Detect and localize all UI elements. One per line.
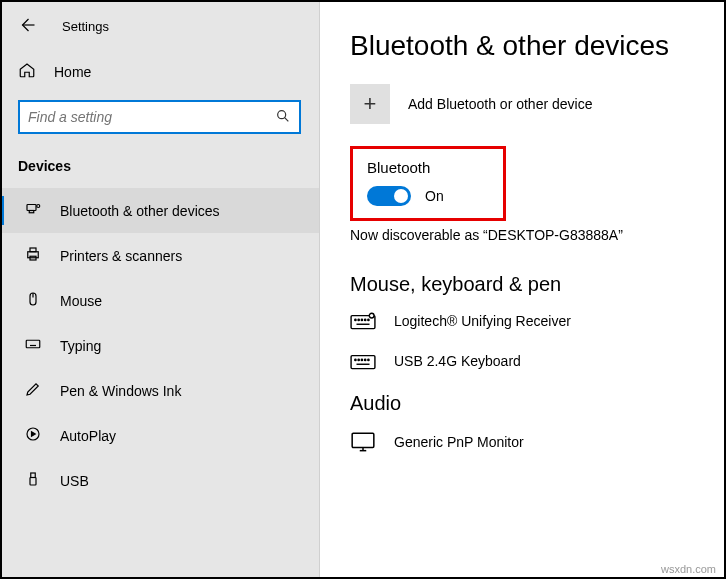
svg-rect-2 (29, 211, 34, 213)
svg-point-26 (369, 313, 374, 318)
sidebar-item-bluetooth[interactable]: Bluetooth & other devices (0, 188, 319, 233)
main-content: Bluetooth & other devices + Add Bluetoot… (320, 0, 726, 579)
printer-icon (24, 245, 42, 266)
search-field[interactable] (28, 109, 275, 125)
svg-rect-18 (30, 478, 36, 486)
sidebar-item-pen[interactable]: Pen & Windows Ink (0, 368, 319, 413)
sidebar-item-mouse[interactable]: Mouse (0, 278, 319, 323)
add-device-label: Add Bluetooth or other device (408, 96, 592, 112)
device-label: Generic PnP Monitor (394, 434, 524, 450)
add-device-button[interactable]: + Add Bluetooth or other device (350, 84, 712, 124)
sidebar-item-autoplay[interactable]: AutoPlay (0, 413, 319, 458)
svg-rect-27 (351, 356, 375, 369)
sidebar-item-printers[interactable]: Printers & scanners (0, 233, 319, 278)
device-label: Logitech® Unifying Receiver (394, 313, 571, 329)
svg-point-30 (361, 359, 362, 360)
svg-rect-34 (352, 433, 374, 447)
sidebar: Settings Home Devices Bluetooth & other … (0, 0, 320, 579)
sidebar-item-label: Pen & Windows Ink (60, 383, 181, 399)
svg-point-28 (355, 359, 356, 360)
svg-point-22 (361, 319, 362, 320)
sidebar-item-label: Mouse (60, 293, 102, 309)
svg-rect-17 (31, 473, 36, 478)
svg-point-0 (278, 110, 286, 118)
keyboard-icon (350, 352, 376, 370)
mouse-icon (24, 290, 42, 311)
bluetooth-label: Bluetooth (367, 159, 489, 176)
home-label: Home (54, 64, 91, 80)
keyboard-icon (24, 335, 42, 356)
app-title: Settings (62, 19, 109, 34)
sidebar-item-typing[interactable]: Typing (0, 323, 319, 368)
watermark: wsxdn.com (661, 563, 716, 575)
pen-icon (24, 380, 42, 401)
svg-rect-5 (30, 248, 36, 252)
svg-rect-1 (27, 205, 36, 211)
page-title: Bluetooth & other devices (350, 30, 712, 62)
autoplay-icon (24, 425, 42, 446)
home-nav[interactable]: Home (0, 51, 319, 92)
sidebar-item-label: Typing (60, 338, 101, 354)
svg-point-20 (355, 319, 356, 320)
back-icon[interactable] (18, 16, 36, 37)
sidebar-item-label: Printers & scanners (60, 248, 182, 264)
sub-title-mouse: Mouse, keyboard & pen (350, 273, 712, 296)
bluetooth-icon (24, 200, 42, 221)
sub-title-audio: Audio (350, 392, 712, 415)
toggle-state: On (425, 188, 444, 204)
home-icon (18, 61, 36, 82)
svg-rect-9 (26, 340, 40, 348)
search-icon (275, 108, 291, 127)
svg-point-23 (365, 319, 366, 320)
sidebar-item-label: AutoPlay (60, 428, 116, 444)
list-item[interactable]: Generic PnP Monitor (350, 431, 712, 453)
keyboard-icon (350, 312, 376, 330)
sidebar-item-label: USB (60, 473, 89, 489)
list-item[interactable]: Logitech® Unifying Receiver (350, 312, 712, 330)
device-label: USB 2.4G Keyboard (394, 353, 521, 369)
list-item[interactable]: USB 2.4G Keyboard (350, 352, 712, 370)
sidebar-item-usb[interactable]: USB (0, 458, 319, 503)
svg-point-32 (368, 359, 369, 360)
highlight-box: Bluetooth On (350, 146, 506, 221)
svg-point-3 (37, 205, 40, 208)
svg-point-31 (365, 359, 366, 360)
bluetooth-toggle[interactable] (367, 186, 411, 206)
discoverable-text: Now discoverable as “DESKTOP-G83888A” (350, 227, 712, 243)
svg-point-24 (368, 319, 369, 320)
svg-point-29 (358, 359, 359, 360)
search-input[interactable] (18, 100, 301, 134)
monitor-icon (350, 431, 376, 453)
usb-icon (24, 470, 42, 491)
svg-rect-4 (28, 252, 39, 258)
plus-icon: + (350, 84, 390, 124)
section-header: Devices (0, 150, 319, 188)
svg-point-21 (358, 319, 359, 320)
sidebar-item-label: Bluetooth & other devices (60, 203, 220, 219)
